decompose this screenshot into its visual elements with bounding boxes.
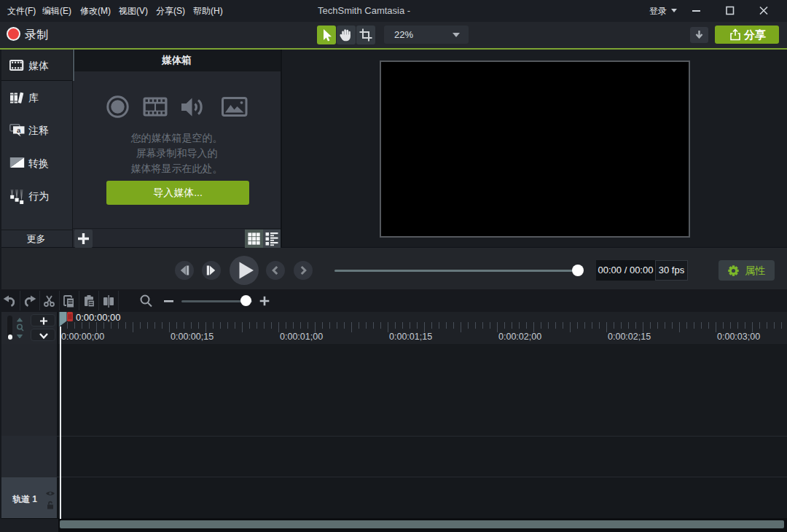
svg-text:a: a xyxy=(17,126,21,134)
